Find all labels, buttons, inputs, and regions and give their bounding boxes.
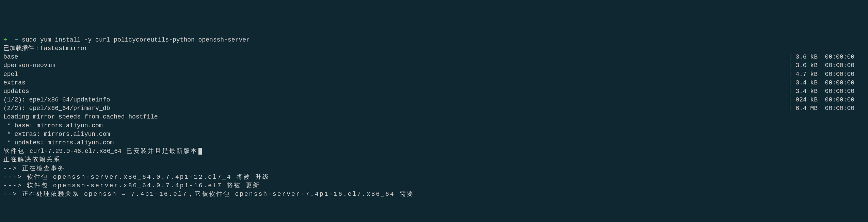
prompt-arrow: ➜ [3, 36, 7, 43]
repo-size: | 3.6 kB 00:00:00 [788, 53, 865, 61]
dep-line: ---> 软件包 openssh-server.x86_64.0.7.4p1-1… [3, 182, 260, 189]
repo-size: | 4.7 kB 00:00:00 [788, 70, 865, 79]
repo-name: (1/2): epel/x86_64/updateinfo [3, 96, 110, 104]
repo-line: (1/2): epel/x86_64/updateinfo| 924 kB 00… [3, 96, 865, 104]
repo-size: | 924 kB 00:00:00 [788, 96, 865, 104]
pkg-prefix: 软件包 [3, 148, 30, 155]
mirror-line: * base: mirrors.aliyun.com [3, 122, 103, 129]
pkg-name: curl-7.29.0-46.el7.x86_64 [30, 148, 122, 155]
loading-line: Loading mirror speeds from cached hostfi… [3, 113, 158, 120]
repo-name: extras [3, 79, 26, 87]
repo-name: updates [3, 87, 29, 96]
repo-name: epel [3, 70, 18, 79]
command-text: sudo yum install -y curl policycoreutils… [22, 36, 250, 43]
prompt-line[interactable]: ➜ ~ sudo yum install -y curl policycoreu… [3, 36, 250, 43]
dep-line: ---> 软件包 openssh-server.x86_64.0.7.4p1-1… [3, 174, 270, 180]
repo-line: extras| 3.4 kB 00:00:00 [3, 79, 865, 87]
pkg-suffix: 已安装并且是最新版本 [122, 148, 198, 155]
resolving-line: 正在解决依赖关系 [3, 156, 61, 163]
cursor-block [198, 148, 202, 155]
mirror-line: * extras: mirrors.aliyun.com [3, 131, 110, 138]
repo-name: dperson-neovim [3, 61, 55, 70]
repo-size: | 3.4 kB 00:00:00 [788, 87, 865, 96]
repo-name: (2/2): epel/x86_64/primary_db [3, 104, 110, 113]
repo-line: dperson-neovim| 3.0 kB 00:00:00 [3, 61, 865, 70]
repo-size: | 6.4 MB 00:00:00 [788, 104, 865, 113]
pkg-line: 软件包 curl-7.29.0-46.el7.x86_64 已安装并且是最新版本 [3, 148, 202, 155]
repo-line: epel| 4.7 kB 00:00:00 [3, 70, 865, 79]
repo-line: base| 3.6 kB 00:00:00 [3, 53, 865, 61]
repo-size: | 3.0 kB 00:00:00 [788, 61, 865, 70]
terminal-output: ➜ ~ sudo yum install -y curl policycoreu… [3, 36, 865, 199]
repo-size: | 3.4 kB 00:00:00 [788, 79, 865, 87]
prompt-tilde: ~ [14, 36, 18, 43]
repo-line: (2/2): epel/x86_64/primary_db| 6.4 MB 00… [3, 104, 865, 113]
mirror-line: * updates: mirrors.aliyun.com [3, 139, 114, 146]
dep-line: --> 正在处理依赖关系 openssh = 7.4p1-16.el7，它被软件… [3, 191, 414, 197]
repo-name: base [3, 53, 18, 61]
repo-line: updates| 3.4 kB 00:00:00 [3, 87, 865, 96]
checking-line: --> 正在检查事务 [3, 165, 65, 172]
plugin-line: 已加载插件：fastestmirror [3, 45, 88, 52]
